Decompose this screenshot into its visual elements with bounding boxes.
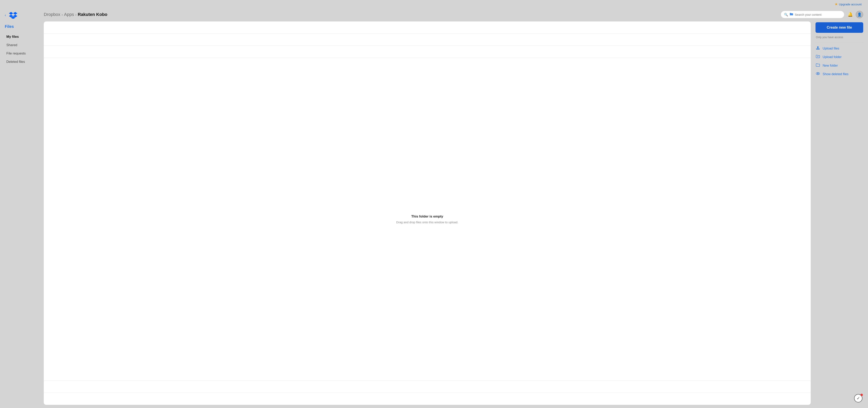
logo-area: ‹	[5, 11, 40, 19]
spacer-3	[44, 46, 811, 58]
new-folder-icon	[815, 63, 820, 68]
sidebar-item-shared[interactable]: Shared	[5, 41, 40, 49]
upload-file-icon	[815, 46, 820, 51]
upload-folder-label: Upload folder	[823, 55, 841, 59]
sidebar-item-deleted-files[interactable]: Deleted files	[5, 58, 40, 66]
empty-folder-subtitle: Drag and drop files onto this window to …	[396, 220, 458, 224]
header-icons: 🔔 👤	[847, 11, 863, 18]
sidebar-section-title: Files	[5, 24, 40, 29]
content-area: Dropbox › Apps › Rakuten Kobo 🔍 🔔 👤	[44, 7, 868, 408]
top-spacer	[44, 22, 811, 33]
upload-files-label: Upload files	[823, 47, 839, 50]
right-actions: Upload files Upload folder	[815, 46, 863, 77]
show-deleted-files-action[interactable]: Show deleted files	[815, 71, 863, 77]
main-layout: ‹ Files My files Shared File requests	[0, 7, 868, 408]
breadcrumb-dropbox[interactable]: Dropbox	[44, 12, 60, 17]
empty-folder-title: This folder is empty	[411, 215, 443, 219]
new-folder-label: New folder	[823, 64, 838, 67]
checkmark-icon: ✓	[857, 396, 860, 401]
upgrade-account-link[interactable]: ★ Upgrade account	[835, 2, 862, 6]
svg-point-4	[818, 73, 818, 74]
new-folder-action[interactable]: New folder	[815, 63, 863, 68]
right-panel: Create new file Only you have access Upl	[815, 22, 863, 405]
access-info: Only you have access	[815, 36, 863, 39]
avatar-initials: 👤	[857, 12, 862, 17]
spacer-5	[44, 393, 811, 405]
avatar[interactable]: 👤	[856, 11, 863, 18]
content-header: Dropbox › Apps › Rakuten Kobo 🔍 🔔 👤	[44, 11, 868, 22]
upload-folder-icon	[815, 54, 820, 60]
sidebar-item-file-requests[interactable]: File requests	[5, 50, 40, 58]
top-bar: ★ Upgrade account	[0, 0, 868, 7]
show-deleted-files-label: Show deleted files	[823, 72, 848, 76]
empty-folder-area: This folder is empty Drag and drop files…	[44, 58, 811, 381]
upload-files-action[interactable]: Upload files	[815, 46, 863, 51]
file-list-panel: This folder is empty Drag and drop files…	[44, 22, 811, 405]
file-list-container: This folder is empty Drag and drop files…	[44, 22, 868, 405]
breadcrumb: Dropbox › Apps › Rakuten Kobo	[44, 12, 777, 17]
create-new-file-button[interactable]: Create new file	[815, 22, 863, 33]
show-deleted-icon	[815, 71, 820, 77]
search-icon: 🔍	[784, 13, 788, 17]
spacer-4	[44, 381, 811, 393]
sidebar-nav: My files Shared File requests Deleted fi…	[5, 33, 40, 66]
status-circle[interactable]: ✓	[854, 394, 862, 402]
svg-rect-1	[816, 49, 820, 50]
bell-icon[interactable]: 🔔	[847, 12, 853, 17]
breadcrumb-sep2: ›	[75, 12, 76, 17]
red-dot-badge	[861, 394, 863, 396]
breadcrumb-sep1: ›	[61, 12, 63, 17]
search-folder-icon	[789, 12, 793, 17]
back-arrow-icon[interactable]: ‹	[5, 13, 6, 17]
dropbox-logo-icon	[9, 11, 18, 19]
upgrade-account-label: Upgrade account	[839, 3, 862, 6]
search-input[interactable]	[795, 13, 841, 16]
breadcrumb-apps[interactable]: Apps	[64, 12, 74, 17]
svg-rect-0	[816, 49, 820, 49]
spacer-2	[44, 34, 811, 45]
search-bar: 🔍	[781, 11, 844, 18]
upload-folder-action[interactable]: Upload folder	[815, 54, 863, 60]
sidebar: ‹ Files My files Shared File requests	[0, 7, 44, 408]
sidebar-item-my-files[interactable]: My files	[5, 33, 40, 41]
breadcrumb-rakuten: Rakuten Kobo	[78, 12, 107, 17]
star-icon: ★	[835, 2, 838, 6]
